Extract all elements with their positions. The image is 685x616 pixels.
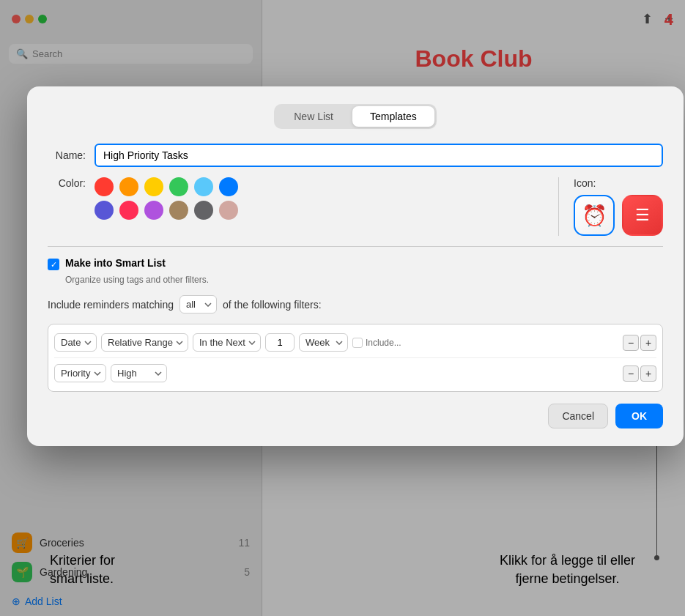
checkbox-checkmark: ✓ bbox=[51, 261, 57, 269]
modal-dialog: New List Templates Name: Color: bbox=[27, 86, 684, 446]
tab-templates[interactable]: Templates bbox=[352, 106, 434, 127]
color-icon-divider bbox=[558, 177, 559, 236]
name-row: Name: bbox=[48, 144, 663, 167]
color-blue[interactable] bbox=[219, 177, 238, 196]
add-filter-button[interactable]: + bbox=[640, 335, 656, 351]
color-pink[interactable] bbox=[119, 201, 138, 220]
divider bbox=[48, 246, 663, 247]
modal-footer: Cancel OK bbox=[48, 404, 663, 428]
color-orange[interactable] bbox=[119, 177, 138, 196]
smart-list-checkbox[interactable]: ✓ bbox=[48, 259, 59, 270]
color-gray[interactable] bbox=[194, 201, 213, 220]
include-toggle-label: Include... bbox=[366, 338, 401, 348]
include-toggle[interactable]: Include... bbox=[352, 338, 401, 348]
color-violet[interactable] bbox=[144, 201, 163, 220]
filter-value-input[interactable] bbox=[265, 333, 295, 352]
add-priority-filter-button[interactable]: + bbox=[640, 365, 656, 382]
icon-label: Icon: bbox=[574, 177, 596, 189]
filter-row-date: Date Relative Range In the Next Week Day… bbox=[54, 330, 656, 355]
include-selector[interactable]: all any bbox=[179, 295, 217, 313]
smart-list-row: ✓ Make into Smart List bbox=[48, 257, 663, 270]
cancel-button[interactable]: Cancel bbox=[548, 404, 608, 428]
list-icon: ☰ bbox=[635, 206, 650, 225]
include-row: Include reminders matching all any of th… bbox=[48, 295, 663, 313]
alarm-icon: ⏰ bbox=[582, 204, 607, 228]
plus-minus-group-2: − + bbox=[623, 365, 656, 382]
name-input[interactable] bbox=[95, 144, 663, 167]
color-red[interactable] bbox=[95, 177, 114, 196]
tab-new-list[interactable]: New List bbox=[276, 106, 351, 127]
remove-filter-button[interactable]: − bbox=[623, 335, 639, 351]
tab-bar: New List Templates bbox=[48, 104, 663, 129]
color-brown[interactable] bbox=[169, 201, 188, 220]
color-row-2 bbox=[95, 201, 544, 220]
filter-container: Date Relative Range In the Next Week Day… bbox=[48, 324, 663, 392]
color-green[interactable] bbox=[169, 177, 188, 196]
icon-alarm[interactable]: ⏰ bbox=[574, 195, 615, 236]
filter-row-priority: Priority High Medium Low − + bbox=[54, 357, 656, 385]
icon-row: ⏰ ☰ bbox=[574, 195, 663, 236]
filter-field-priority[interactable]: Priority bbox=[54, 364, 106, 382]
plus-minus-group-1: − + bbox=[623, 335, 656, 351]
icon-section: Icon: ⏰ ☰ bbox=[574, 177, 663, 236]
include-checkbox[interactable] bbox=[352, 338, 363, 348]
include-prefix: Include reminders matching bbox=[48, 299, 174, 311]
color-light-blue[interactable] bbox=[194, 177, 213, 196]
color-purple[interactable] bbox=[95, 201, 114, 220]
color-yellow[interactable] bbox=[144, 177, 163, 196]
color-row-1 bbox=[95, 177, 544, 196]
tab-group: New List Templates bbox=[274, 104, 437, 129]
color-light-pink[interactable] bbox=[219, 201, 238, 220]
smart-list-label: Make into Smart List bbox=[65, 257, 166, 269]
filter-direction[interactable]: In the Next bbox=[193, 333, 261, 352]
color-section bbox=[95, 177, 544, 220]
include-suffix: of the following filters: bbox=[223, 299, 322, 311]
filter-field-date[interactable]: Date bbox=[54, 333, 97, 352]
color-icon-row: Color: Icon: bbox=[48, 177, 663, 236]
name-label: Name: bbox=[48, 149, 86, 161]
ok-button[interactable]: OK bbox=[615, 404, 663, 428]
color-label: Color: bbox=[48, 177, 86, 189]
smart-list-description: Organize using tags and other filters. bbox=[65, 275, 663, 285]
filter-condition-relative[interactable]: Relative Range bbox=[101, 333, 188, 352]
filter-condition-high[interactable]: High Medium Low bbox=[111, 364, 167, 382]
icon-list[interactable]: ☰ bbox=[622, 195, 663, 236]
remove-priority-filter-button[interactable]: − bbox=[623, 365, 639, 382]
filter-unit[interactable]: Week Day Month bbox=[299, 333, 348, 352]
